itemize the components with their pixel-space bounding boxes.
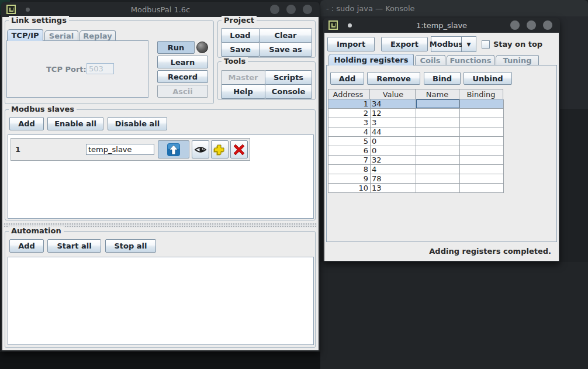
enable-all-button[interactable]: Enable all [47, 117, 103, 130]
register-name-cell[interactable] [416, 109, 460, 118]
register-name-cell[interactable] [416, 146, 460, 156]
register-address-cell[interactable]: 4 [328, 127, 371, 137]
register-address-cell[interactable]: 9 [328, 174, 371, 184]
slave-row[interactable]: 1 [11, 138, 250, 161]
column-header-address[interactable]: Address [328, 89, 370, 99]
register-address-cell[interactable]: 1 [328, 99, 371, 109]
register-row[interactable]: 444 [328, 127, 504, 137]
register-binding-cell[interactable] [460, 184, 504, 193]
combobox-arrow-button[interactable]: ▼ [462, 36, 476, 52]
tools-help-button[interactable]: Help [221, 84, 265, 99]
register-value-cell[interactable]: 4 [371, 165, 416, 174]
import-button[interactable]: Import [327, 37, 375, 51]
register-address-cell[interactable]: 10 [328, 184, 371, 193]
register-row[interactable]: 50 [328, 137, 504, 146]
project-clear-button[interactable]: Clear [259, 28, 312, 43]
register-binding-cell[interactable] [460, 156, 504, 165]
mode-combobox[interactable]: Modbus [431, 36, 462, 52]
column-header-binding[interactable]: Binding [459, 89, 503, 99]
project-load-button[interactable]: Load [221, 28, 260, 43]
register-binding-cell[interactable] [460, 137, 504, 146]
register-value-cell[interactable]: 32 [371, 156, 416, 165]
register-address-cell[interactable]: 2 [328, 109, 371, 118]
start-all-button[interactable]: Start all [47, 239, 101, 253]
column-header-value[interactable]: Value [370, 89, 416, 99]
register-unbind-button[interactable]: Unbind [464, 72, 512, 85]
register-binding-cell[interactable] [460, 99, 504, 109]
project-save-as-button[interactable]: Save as [259, 42, 312, 57]
register-name-cell[interactable] [416, 137, 460, 146]
run-button[interactable]: Run [157, 41, 195, 54]
register-row[interactable]: 84 [328, 165, 504, 174]
ascii-button[interactable]: Ascii [157, 85, 208, 98]
minimize-button[interactable] [270, 5, 279, 14]
tools-console-button[interactable]: Console [265, 84, 312, 99]
register-binding-cell[interactable] [460, 174, 504, 184]
register-binding-cell[interactable] [460, 118, 504, 127]
register-name-cell[interactable] [416, 127, 460, 137]
export-button[interactable]: Export [381, 37, 428, 51]
tab-coils[interactable]: Coils [415, 55, 445, 65]
register-value-cell[interactable]: 44 [371, 127, 416, 137]
minimize-button[interactable] [510, 20, 520, 30]
slave-delete-button[interactable] [230, 140, 248, 158]
slave-add-automation-button[interactable] [211, 140, 229, 158]
learn-button[interactable]: Learn [157, 56, 208, 68]
slaves-add-button[interactable]: Add [9, 117, 44, 130]
register-binding-cell[interactable] [460, 165, 504, 174]
close-button[interactable] [543, 20, 552, 30]
register-address-cell[interactable]: 3 [328, 118, 371, 127]
register-address-cell[interactable]: 6 [328, 146, 371, 156]
register-name-cell[interactable] [416, 118, 460, 127]
slave-editor-titlebar[interactable]: 1:temp_slave [323, 18, 560, 33]
register-address-cell[interactable]: 7 [328, 156, 371, 165]
modbuspal-titlebar[interactable]: ModbusPal 1.6c [1, 2, 320, 17]
tcp-port-field[interactable] [87, 63, 114, 74]
register-remove-button[interactable]: Remove [367, 72, 420, 85]
maximize-button[interactable] [527, 20, 536, 30]
register-name-cell[interactable] [416, 184, 460, 193]
register-name-cell[interactable] [416, 174, 460, 184]
tab-tuning[interactable]: Tuning [496, 55, 539, 65]
slave-enable-toggle[interactable] [158, 140, 189, 158]
register-value-cell[interactable]: 12 [371, 109, 416, 118]
register-address-cell[interactable]: 8 [328, 165, 371, 174]
register-row[interactable]: 33 [328, 118, 504, 127]
register-value-cell[interactable]: 0 [371, 146, 416, 156]
close-button[interactable] [303, 5, 312, 14]
register-row[interactable]: 134 [328, 99, 504, 109]
automation-add-button[interactable]: Add [9, 239, 44, 253]
register-row[interactable]: 60 [328, 146, 504, 156]
konsole-titlebar[interactable]: - : sudo java — Konsole [320, 0, 588, 16]
project-save-button[interactable]: Save [221, 42, 260, 57]
disable-all-button[interactable]: Disable all [108, 117, 167, 130]
register-row[interactable]: 732 [328, 156, 504, 165]
register-bind-button[interactable]: Bind [424, 72, 461, 85]
register-row[interactable]: 1013 [328, 184, 504, 193]
slave-view-button[interactable] [192, 140, 209, 158]
register-value-cell[interactable]: 13 [371, 184, 416, 193]
register-name-cell[interactable] [416, 156, 460, 165]
register-binding-cell[interactable] [460, 109, 504, 118]
tools-scripts-button[interactable]: Scripts [265, 70, 312, 85]
register-address-cell[interactable]: 5 [328, 137, 371, 146]
registers-table-header[interactable]: Address Value Name Binding [328, 89, 504, 99]
tab-serial[interactable]: Serial [44, 30, 78, 41]
register-value-cell[interactable]: 34 [371, 99, 416, 109]
stop-all-button[interactable]: Stop all [105, 239, 156, 253]
record-button[interactable]: Record [157, 70, 208, 83]
app-icon[interactable] [328, 20, 338, 30]
column-header-name[interactable]: Name [416, 89, 459, 99]
tab-replay[interactable]: Replay [79, 30, 116, 41]
register-name-cell[interactable] [416, 99, 460, 109]
register-name-cell[interactable] [416, 165, 460, 174]
register-value-cell[interactable]: 0 [371, 137, 416, 146]
register-binding-cell[interactable] [460, 127, 504, 137]
maximize-button[interactable] [286, 5, 296, 14]
tools-master-button[interactable]: Master [221, 70, 265, 85]
register-row[interactable]: 978 [328, 174, 504, 184]
app-icon[interactable] [6, 5, 16, 14]
tab-tcpip[interactable]: TCP/IP [7, 29, 43, 41]
tab-holding-registers[interactable]: Holding registers [328, 54, 414, 65]
register-binding-cell[interactable] [460, 146, 504, 156]
